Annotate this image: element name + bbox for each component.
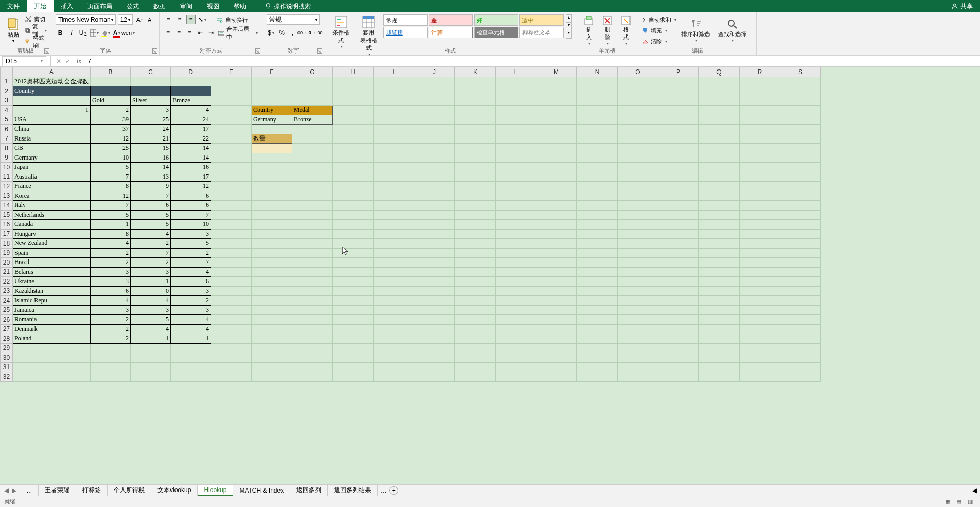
cell-H6[interactable] <box>333 125 374 134</box>
cell-Q1[interactable] <box>699 77 740 86</box>
cell-I6[interactable] <box>374 125 414 134</box>
column-header-P[interactable]: P <box>658 67 699 77</box>
cell-P26[interactable] <box>658 315 699 325</box>
cell-R24[interactable] <box>740 296 780 306</box>
cell-K6[interactable] <box>455 125 496 134</box>
column-header-D[interactable]: D <box>171 67 211 77</box>
cell-S31[interactable] <box>780 362 821 372</box>
cell-E11[interactable] <box>211 172 252 182</box>
clear-button[interactable]: 清除 <box>642 36 676 46</box>
cell-A21[interactable]: Belarus <box>13 267 91 277</box>
cell-L23[interactable] <box>496 286 536 296</box>
cell-K1[interactable] <box>455 77 496 86</box>
cell-L29[interactable] <box>496 343 536 353</box>
cell-I18[interactable] <box>374 239 414 249</box>
cell-M18[interactable] <box>536 239 577 249</box>
row-header-9[interactable]: 9 <box>1 153 13 163</box>
cell-P3[interactable] <box>658 96 699 106</box>
cell-F5[interactable]: Germany <box>252 115 292 125</box>
style-hyperlink[interactable]: 超链接 <box>383 27 428 38</box>
cell-D15[interactable]: 7 <box>171 210 211 220</box>
cell-K12[interactable] <box>455 182 496 191</box>
cell-K19[interactable] <box>455 248 496 258</box>
cell-H10[interactable] <box>333 163 374 172</box>
cell-R11[interactable] <box>740 172 780 182</box>
cell-R3[interactable] <box>740 96 780 106</box>
cell-L6[interactable] <box>496 125 536 134</box>
cell-M17[interactable] <box>536 229 577 239</box>
cell-M15[interactable] <box>536 210 577 220</box>
cell-S4[interactable] <box>780 106 821 115</box>
align-right-button[interactable]: ≡ <box>185 28 194 38</box>
alignment-dialog-launcher[interactable] <box>255 48 260 54</box>
cell-L9[interactable] <box>496 153 536 163</box>
cell-S14[interactable] <box>780 201 821 211</box>
cell-G12[interactable] <box>292 182 333 191</box>
row-header-2[interactable]: 2 <box>1 86 13 96</box>
cell-G11[interactable] <box>292 172 333 182</box>
cell-S29[interactable] <box>780 343 821 353</box>
cell-F12[interactable] <box>252 182 292 191</box>
cell-Q3[interactable] <box>699 96 740 106</box>
tell-me[interactable]: 操作说明搜索 <box>257 0 318 12</box>
cell-R12[interactable] <box>740 182 780 191</box>
cell-R29[interactable] <box>740 343 780 353</box>
column-header-E[interactable]: E <box>211 67 252 77</box>
row-header-7[interactable]: 7 <box>1 134 13 144</box>
cell-N28[interactable] <box>577 334 618 344</box>
cell-J18[interactable] <box>414 239 455 249</box>
cell-I21[interactable] <box>374 267 414 277</box>
tab-home[interactable]: 开始 <box>27 0 54 12</box>
cell-A15[interactable]: Netherlands <box>13 210 91 220</box>
cell-S23[interactable] <box>780 286 821 296</box>
cell-M8[interactable] <box>536 144 577 153</box>
cell-N24[interactable] <box>577 296 618 306</box>
cell-H23[interactable] <box>333 286 374 296</box>
cell-K2[interactable] <box>455 86 496 96</box>
cell-B25[interactable]: 3 <box>91 305 131 315</box>
cell-A12[interactable]: France <box>13 182 91 191</box>
cell-I10[interactable] <box>374 163 414 172</box>
cell-F1[interactable] <box>252 77 292 86</box>
format-painter-button[interactable]: 格式刷 <box>25 37 47 47</box>
cell-O7[interactable] <box>618 134 658 144</box>
phonetic-button[interactable]: wén <box>124 28 133 38</box>
cell-B3[interactable]: Gold <box>91 96 131 106</box>
cell-C18[interactable]: 2 <box>131 239 171 249</box>
cell-B14[interactable]: 7 <box>91 201 131 211</box>
clipboard-dialog-launcher[interactable] <box>44 48 49 54</box>
cell-A8[interactable]: GB <box>13 144 91 153</box>
cell-Q6[interactable] <box>699 125 740 134</box>
cell-A7[interactable]: Russia <box>13 134 91 144</box>
cell-N27[interactable] <box>577 324 618 334</box>
cell-O14[interactable] <box>618 201 658 211</box>
view-normal-button[interactable]: ▦ <box>942 498 953 505</box>
cell-N14[interactable] <box>577 201 618 211</box>
cell-H5[interactable] <box>333 115 374 125</box>
cell-S19[interactable] <box>780 248 821 258</box>
sheet-tab-overflow[interactable]: ... <box>378 487 389 494</box>
cell-B9[interactable]: 10 <box>91 153 131 163</box>
cell-G22[interactable] <box>292 277 333 287</box>
cell-L21[interactable] <box>496 267 536 277</box>
cell-O29[interactable] <box>618 343 658 353</box>
cell-A5[interactable]: USA <box>13 115 91 125</box>
cell-I20[interactable] <box>374 258 414 268</box>
cell-S30[interactable] <box>780 353 821 363</box>
cell-G15[interactable] <box>292 210 333 220</box>
cell-O28[interactable] <box>618 334 658 344</box>
cell-K28[interactable] <box>455 334 496 344</box>
cell-S12[interactable] <box>780 182 821 191</box>
cell-R30[interactable] <box>740 353 780 363</box>
cell-N11[interactable] <box>577 172 618 182</box>
cell-E31[interactable] <box>211 362 252 372</box>
cell-L28[interactable] <box>496 334 536 344</box>
cell-S8[interactable] <box>780 144 821 153</box>
cell-R8[interactable] <box>740 144 780 153</box>
cell-N18[interactable] <box>577 239 618 249</box>
cell-J4[interactable] <box>414 106 455 115</box>
cell-A11[interactable]: Australia <box>13 172 91 182</box>
cell-C23[interactable]: 0 <box>131 286 171 296</box>
align-center-button[interactable]: ≡ <box>174 28 183 38</box>
cell-I15[interactable] <box>374 210 414 220</box>
